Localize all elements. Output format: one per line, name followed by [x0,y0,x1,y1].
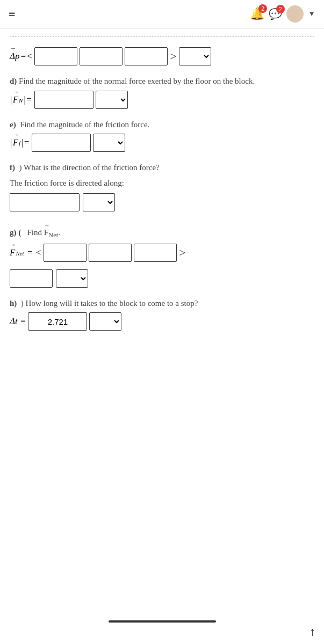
section-d: d) Find the magnitude of the normal forc… [10,75,314,109]
header-right: 🔔 2 💬 2 ▼ [250,5,315,23]
friction-direction-row [10,193,314,211]
section-e-title: e) Find the magnitude of the friction fo… [10,119,314,131]
section-g-label: g) ( [10,228,21,237]
section-f-label: f) [10,163,15,172]
delta-p-label: Δp=< [10,51,32,62]
fn-label: |FN|= [10,94,32,105]
close-angle-bracket: > [170,49,176,63]
section-d-text: Find the magnitude of the normal force e… [19,77,255,85]
ff-vector: F [13,137,18,148]
delta-t-unit-select[interactable] [89,312,121,331]
bell-badge: 2 [258,4,267,13]
section-e-label: e) [10,120,16,129]
chevron-down-icon[interactable]: ▼ [308,10,315,18]
section-g-title: g) ( Find →FNet. [10,221,314,240]
fnet-unit-row [10,269,314,288]
fn-input[interactable] [34,91,93,109]
ff-label: |Ff|= [10,137,30,148]
fnet-vector: F [10,247,15,258]
fn-vector: F [13,94,18,105]
ff-subscript-f: f [19,140,20,147]
fnet-unit-select[interactable] [56,269,88,288]
header-left: ≡ [9,7,15,21]
delta-p-unit-select[interactable] [179,47,211,65]
fn-row: |FN|= [10,91,314,109]
fnet-label: FNet = < [10,247,41,258]
main-content: Δp=< > d) Find the magnitude of the norm… [0,28,324,372]
delta-p-input-2[interactable] [80,47,123,65]
friction-direction-input[interactable] [10,193,80,211]
hamburger-menu-icon[interactable]: ≡ [9,7,15,21]
fnet-close-bracket: > [179,246,185,260]
section-d-label: d) [10,77,17,85]
section-e-text: Find the magnitude of the friction force… [18,120,149,129]
fnet-input-2[interactable] [89,244,132,262]
ff-unit-select[interactable] [93,134,125,152]
friction-direction-subtitle: The friction force is directed along: [10,177,314,189]
ff-input[interactable] [32,134,91,152]
section-f: f) ) What is the direction of the fricti… [10,162,314,211]
scroll-up-button[interactable]: ↑ [309,625,315,639]
notification-bell-wrapper[interactable]: 🔔 2 [250,7,264,21]
ff-row: |Ff|= [10,134,314,152]
fnet-unit-input[interactable] [10,269,53,288]
fnet-subscript: Net [16,250,24,257]
delta-t-label: Δt = [10,316,26,327]
section-d-title: d) Find the magnitude of the normal forc… [10,75,314,87]
fnet-row: FNet = < > [10,244,314,262]
chat-wrapper[interactable]: 💬 2 [269,8,282,20]
friction-direction-text: The friction force is directed along: [10,179,124,187]
section-e: e) Find the magnitude of the friction fo… [10,119,314,152]
fn-subscript-n: N [19,97,23,104]
delta-p-input-3[interactable] [125,47,168,65]
delta-t-row: Δt = [10,312,314,331]
delta-p-row: Δp=< > [10,47,314,65]
delta-p-input-1[interactable] [34,47,77,65]
section-h-label: h) [10,299,17,308]
fnet-input-3[interactable] [134,244,177,262]
avatar[interactable] [286,5,304,23]
delta-p-section: Δp=< > [10,47,314,65]
app-header: ≡ 🔔 2 💬 2 ▼ [0,0,324,28]
dashed-separator [10,36,314,41]
fn-unit-select[interactable] [96,91,128,109]
fnet-input-1[interactable] [44,244,87,262]
delta-t-input[interactable] [28,312,87,331]
section-f-text: ) What is the direction of the friction … [17,163,160,172]
friction-direction-select[interactable] [83,193,115,211]
section-g: g) ( Find →FNet. FNet = < > [10,221,314,288]
chat-badge: 2 [276,5,285,13]
bottom-bar [109,620,216,623]
delta-p-arrow-label: Δp [10,51,19,62]
section-g-text: Find →FNet. [23,228,60,237]
section-h-text: ) How long will it takes to the block to… [19,299,198,308]
section-h: h) ) How long will it takes to the block… [10,297,314,331]
section-h-title: h) ) How long will it takes to the block… [10,297,314,310]
section-f-title: f) ) What is the direction of the fricti… [10,162,314,174]
